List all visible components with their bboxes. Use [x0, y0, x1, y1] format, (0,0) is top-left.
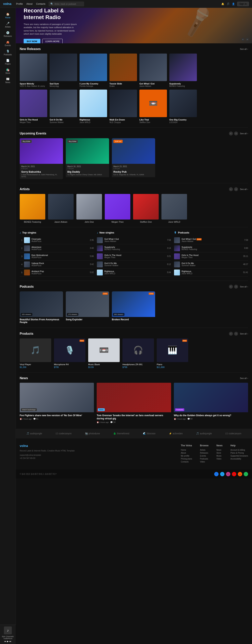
artists-prev-btn[interactable]: ← [229, 187, 233, 191]
instagram-icon[interactable]: ig [226, 472, 230, 476]
events-prev-btn[interactable]: ← [229, 132, 233, 136]
artist-card-1[interactable]: BENEE Featuring [20, 194, 45, 223]
sidebar-item-artists[interactable]: 🎤 Artists [0, 20, 16, 30]
footer-link-releases[interactable]: Releases [200, 452, 208, 454]
learn-more-button[interactable]: LEARN MORE [42, 39, 62, 43]
release-card-1[interactable]: Space Melody VIZE ft. Alan Walker & Leon… [20, 54, 47, 87]
podcast-card-2[interactable]: LIVE 17k viewers Song Exploder [66, 292, 109, 324]
podcasts-see-all[interactable]: See all › [240, 286, 248, 288]
hero-next-btn[interactable]: → [246, 38, 249, 41]
footer-link-about[interactable]: About [181, 452, 192, 454]
product-card-1[interactable]: 🎵 Vinyl Player $1,200 [20, 338, 51, 368]
search-input[interactable] [54, 3, 82, 5]
sidebar-item-pages[interactable]: 📄 Pages [0, 57, 16, 66]
sign-in-button[interactable]: Sign In [237, 2, 249, 6]
release-card-3[interactable]: I Love My Country Florida Georgia [80, 54, 107, 87]
new-releases-see-all[interactable]: See all › [240, 48, 248, 50]
news-card-1[interactable]: Watch backstage Foo Fighters share new l… [20, 383, 94, 425]
event-card-3[interactable]: Sold out March 23, 2021 9:30 pm Rocky Pu… [112, 138, 155, 179]
podcast-card-1[interactable]: 62k viewers Beautiful Stories From Anony… [20, 292, 63, 324]
release-card-12[interactable]: One Big Country LOCASH [169, 90, 197, 123]
event-badge-2[interactable]: Buy ticket [67, 140, 78, 143]
event-badge-3[interactable]: Sold out [114, 140, 123, 143]
top-single-row-2[interactable]: 2 Adventure AudioPizza 3:40 [20, 244, 94, 252]
new-single-row-3[interactable]: Girls In The Hood Megan Thee 3:21 [97, 252, 171, 260]
search-bar[interactable]: 🔍 [49, 2, 84, 6]
artists-next-btn[interactable]: → [234, 187, 238, 191]
release-card-7[interactable]: Girls In The Hood Megan Thee [20, 90, 47, 123]
podcast-row-3[interactable]: Girls In The Hood Megan Thee 35:11 [174, 252, 248, 260]
prev-button[interactable]: ⏮ [4, 640, 6, 642]
footer-link-store[interactable]: Store [216, 452, 222, 454]
music-icon[interactable]: 🎵 [226, 2, 230, 5]
release-card-5[interactable]: Got What I Got Jason Aldean [140, 54, 167, 87]
footer-link-pricing[interactable]: Pricing plans [181, 458, 192, 460]
release-card-2[interactable]: Sad Sum Money4gg [50, 54, 77, 87]
footer-link-profile[interactable]: My profile [181, 455, 192, 457]
footer-link-account[interactable]: Account & billing [230, 449, 248, 451]
product-card-5[interactable]: 🎹 New Piano $11,800 [157, 338, 188, 368]
sidebar-item-podcasts[interactable]: 🎙️ Podcasts [0, 48, 16, 57]
products-prev-btn[interactable]: ← [229, 332, 233, 336]
nav-contacts[interactable]: Contacts [36, 2, 45, 5]
artist-card-4[interactable]: Megan Thee [105, 194, 130, 223]
news-card-2[interactable]: News Tom Grennan 'breaks the internet' a… [97, 383, 171, 425]
artist-card-2[interactable]: Jason Aldean [48, 194, 74, 223]
user-icon[interactable]: 👤 [232, 2, 235, 5]
youtube-icon[interactable]: ▶ [232, 472, 236, 476]
top-single-row-4[interactable]: 4 Upbeat Rock AudioPizza 3:42 [20, 260, 94, 268]
footer-link-podcasts[interactable]: Podcasts [200, 458, 208, 460]
podcast-card-3[interactable]: LIVE 64k viewers Broken Record [112, 292, 155, 324]
sidebar-item-releases[interactable]: 💿 Releases [0, 30, 16, 39]
soundcloud-icon[interactable]: ☁ [238, 472, 242, 476]
facebook-icon[interactable]: f [214, 472, 218, 476]
podcasts-prev-btn[interactable]: ← [229, 285, 233, 289]
nav-about[interactable]: About [26, 2, 32, 5]
artist-card-6[interactable]: Juice WRLD [162, 194, 187, 223]
product-card-3[interactable]: 📼 Music Blank $3.99 [88, 338, 120, 368]
hero-prev-btn[interactable]: ← [241, 38, 244, 41]
next-button[interactable]: ⏭ [10, 640, 12, 642]
events-see-all[interactable]: See all › [240, 132, 248, 135]
sidebar-item-home[interactable]: 🏠 Home [0, 11, 16, 20]
artist-card-3[interactable]: John Doe [76, 194, 102, 223]
product-card-2[interactable]: 🎙️ New Microphone R4 $795 [54, 338, 86, 368]
play-button[interactable]: ▶ [7, 640, 9, 642]
podcast-row-5[interactable]: Righteous Juice WRLD 51:41 [174, 268, 248, 276]
logo[interactable]: volna [3, 2, 12, 6]
podcast-row-4[interactable]: Got It On Me Summer Walker 48:27 [174, 260, 248, 268]
buy-now-button[interactable]: BUY NOW [24, 39, 40, 43]
footer-link-video2[interactable]: Video [216, 458, 222, 460]
news-see-all[interactable]: See all › [240, 377, 248, 380]
release-card-4[interactable]: Toosie Slide Drake [110, 54, 137, 87]
spotify-icon[interactable]: ♪ [244, 472, 248, 476]
release-card-8[interactable]: Got It On Me Summer Walker [50, 90, 77, 123]
release-card-6[interactable]: Supalonely BENEE Featuring [169, 54, 197, 87]
products-see-all[interactable]: See all › [240, 332, 248, 335]
footer-link-news[interactable]: News [216, 449, 222, 451]
event-badge-1[interactable]: Buy ticket [21, 140, 32, 143]
podcasts-next-btn[interactable]: → [234, 285, 238, 289]
top-single-row-1[interactable]: 1 Cinematic AudioPizza 2:35 [20, 236, 94, 244]
twitter-icon[interactable]: t [220, 472, 224, 476]
artist-card-5[interactable]: Stefflon Don [133, 194, 159, 223]
footer-link-browsers[interactable]: Supported browsers [230, 455, 248, 457]
release-card-9[interactable]: Righteous Juice WRLD [80, 90, 107, 123]
product-card-4[interactable]: 🎧 Headphones ZR-991 $799 [122, 338, 154, 368]
footer-link-events[interactable]: Events [200, 455, 208, 457]
footer-link-video[interactable]: Video [200, 461, 208, 463]
footer-link-contacts[interactable]: Contacts [181, 461, 192, 463]
top-single-row-3[interactable]: 3 Epic Motivational AudioPizza 5:06 [20, 252, 94, 260]
footer-link-accessibility[interactable]: Accessibility [230, 458, 248, 460]
events-next-btn[interactable]: → [234, 132, 238, 136]
release-card-10[interactable]: Walk Em Down NLE Choppa [110, 90, 137, 123]
podcast-row-1[interactable]: Got What I Got LIVE Jason Aldean 7:58 [174, 236, 248, 244]
sidebar-item-news[interactable]: 📰 News [0, 76, 16, 85]
news-card-3[interactable]: Features Why do the Golden Globes always… [174, 383, 248, 425]
top-single-row-5[interactable]: 5 Ambient Pop AudioPizza 5:02 [20, 268, 94, 276]
products-next-btn[interactable]: → [234, 332, 238, 336]
artists-see-all[interactable]: See all › [240, 188, 248, 190]
new-single-row-1[interactable]: Got What I Got Jason Aldean 7:58 [97, 236, 171, 244]
new-single-row-2[interactable]: Supalonely BENEE Featuring 3:14 [97, 244, 171, 252]
event-card-2[interactable]: Buy ticket March 16, 2021 7:00 pm Big Da… [66, 138, 109, 179]
